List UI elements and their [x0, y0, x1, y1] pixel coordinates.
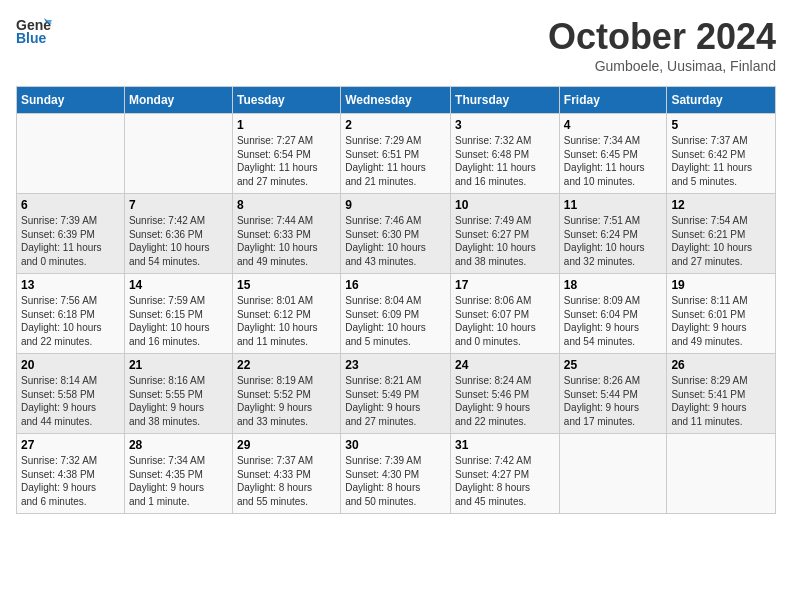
- calendar-week-row: 6Sunrise: 7:39 AM Sunset: 6:39 PM Daylig…: [17, 194, 776, 274]
- day-number: 18: [564, 278, 663, 292]
- day-number: 7: [129, 198, 228, 212]
- calendar-cell: 12Sunrise: 7:54 AM Sunset: 6:21 PM Dayli…: [667, 194, 776, 274]
- calendar-cell: 20Sunrise: 8:14 AM Sunset: 5:58 PM Dayli…: [17, 354, 125, 434]
- calendar-cell: 27Sunrise: 7:32 AM Sunset: 4:38 PM Dayli…: [17, 434, 125, 514]
- day-detail: Sunrise: 7:46 AM Sunset: 6:30 PM Dayligh…: [345, 214, 446, 268]
- calendar-cell: 24Sunrise: 8:24 AM Sunset: 5:46 PM Dayli…: [451, 354, 560, 434]
- day-detail: Sunrise: 7:49 AM Sunset: 6:27 PM Dayligh…: [455, 214, 555, 268]
- day-number: 16: [345, 278, 446, 292]
- day-detail: Sunrise: 8:14 AM Sunset: 5:58 PM Dayligh…: [21, 374, 120, 428]
- calendar-cell: 2Sunrise: 7:29 AM Sunset: 6:51 PM Daylig…: [341, 114, 451, 194]
- day-detail: Sunrise: 8:09 AM Sunset: 6:04 PM Dayligh…: [564, 294, 663, 348]
- calendar-cell: 14Sunrise: 7:59 AM Sunset: 6:15 PM Dayli…: [124, 274, 232, 354]
- day-number: 4: [564, 118, 663, 132]
- weekday-header-monday: Monday: [124, 87, 232, 114]
- day-number: 6: [21, 198, 120, 212]
- weekday-header-sunday: Sunday: [17, 87, 125, 114]
- page-header: General Blue October 2024 Gumboele, Uusi…: [16, 16, 776, 74]
- calendar-cell: [124, 114, 232, 194]
- day-number: 26: [671, 358, 771, 372]
- day-detail: Sunrise: 7:37 AM Sunset: 6:42 PM Dayligh…: [671, 134, 771, 188]
- calendar-cell: 5Sunrise: 7:37 AM Sunset: 6:42 PM Daylig…: [667, 114, 776, 194]
- calendar-week-row: 27Sunrise: 7:32 AM Sunset: 4:38 PM Dayli…: [17, 434, 776, 514]
- calendar-week-row: 13Sunrise: 7:56 AM Sunset: 6:18 PM Dayli…: [17, 274, 776, 354]
- day-number: 5: [671, 118, 771, 132]
- calendar-cell: 4Sunrise: 7:34 AM Sunset: 6:45 PM Daylig…: [559, 114, 667, 194]
- day-number: 17: [455, 278, 555, 292]
- day-number: 28: [129, 438, 228, 452]
- svg-text:Blue: Blue: [16, 30, 47, 46]
- day-detail: Sunrise: 7:54 AM Sunset: 6:21 PM Dayligh…: [671, 214, 771, 268]
- day-number: 1: [237, 118, 336, 132]
- day-detail: Sunrise: 7:34 AM Sunset: 4:35 PM Dayligh…: [129, 454, 228, 508]
- calendar-cell: 26Sunrise: 8:29 AM Sunset: 5:41 PM Dayli…: [667, 354, 776, 434]
- calendar-cell: 23Sunrise: 8:21 AM Sunset: 5:49 PM Dayli…: [341, 354, 451, 434]
- calendar-cell: 17Sunrise: 8:06 AM Sunset: 6:07 PM Dayli…: [451, 274, 560, 354]
- day-number: 22: [237, 358, 336, 372]
- calendar-cell: 7Sunrise: 7:42 AM Sunset: 6:36 PM Daylig…: [124, 194, 232, 274]
- day-detail: Sunrise: 7:39 AM Sunset: 6:39 PM Dayligh…: [21, 214, 120, 268]
- logo: General Blue: [16, 16, 52, 46]
- calendar-cell: 8Sunrise: 7:44 AM Sunset: 6:33 PM Daylig…: [232, 194, 340, 274]
- day-number: 23: [345, 358, 446, 372]
- day-number: 2: [345, 118, 446, 132]
- day-number: 11: [564, 198, 663, 212]
- day-number: 19: [671, 278, 771, 292]
- calendar-cell: 13Sunrise: 7:56 AM Sunset: 6:18 PM Dayli…: [17, 274, 125, 354]
- day-detail: Sunrise: 8:29 AM Sunset: 5:41 PM Dayligh…: [671, 374, 771, 428]
- calendar-table: SundayMondayTuesdayWednesdayThursdayFrid…: [16, 86, 776, 514]
- day-number: 12: [671, 198, 771, 212]
- day-detail: Sunrise: 7:51 AM Sunset: 6:24 PM Dayligh…: [564, 214, 663, 268]
- day-number: 20: [21, 358, 120, 372]
- weekday-header-friday: Friday: [559, 87, 667, 114]
- day-number: 14: [129, 278, 228, 292]
- location-subtitle: Gumboele, Uusimaa, Finland: [548, 58, 776, 74]
- day-detail: Sunrise: 7:56 AM Sunset: 6:18 PM Dayligh…: [21, 294, 120, 348]
- weekday-header-wednesday: Wednesday: [341, 87, 451, 114]
- day-number: 27: [21, 438, 120, 452]
- day-detail: Sunrise: 8:26 AM Sunset: 5:44 PM Dayligh…: [564, 374, 663, 428]
- day-number: 3: [455, 118, 555, 132]
- day-detail: Sunrise: 7:27 AM Sunset: 6:54 PM Dayligh…: [237, 134, 336, 188]
- calendar-cell: 28Sunrise: 7:34 AM Sunset: 4:35 PM Dayli…: [124, 434, 232, 514]
- day-detail: Sunrise: 7:37 AM Sunset: 4:33 PM Dayligh…: [237, 454, 336, 508]
- calendar-cell: 21Sunrise: 8:16 AM Sunset: 5:55 PM Dayli…: [124, 354, 232, 434]
- day-number: 13: [21, 278, 120, 292]
- day-detail: Sunrise: 8:21 AM Sunset: 5:49 PM Dayligh…: [345, 374, 446, 428]
- day-number: 30: [345, 438, 446, 452]
- day-number: 31: [455, 438, 555, 452]
- day-detail: Sunrise: 8:16 AM Sunset: 5:55 PM Dayligh…: [129, 374, 228, 428]
- calendar-cell: 29Sunrise: 7:37 AM Sunset: 4:33 PM Dayli…: [232, 434, 340, 514]
- calendar-cell: 18Sunrise: 8:09 AM Sunset: 6:04 PM Dayli…: [559, 274, 667, 354]
- month-title: October 2024: [548, 16, 776, 58]
- day-number: 21: [129, 358, 228, 372]
- calendar-cell: 25Sunrise: 8:26 AM Sunset: 5:44 PM Dayli…: [559, 354, 667, 434]
- day-detail: Sunrise: 7:32 AM Sunset: 6:48 PM Dayligh…: [455, 134, 555, 188]
- calendar-cell: 1Sunrise: 7:27 AM Sunset: 6:54 PM Daylig…: [232, 114, 340, 194]
- calendar-cell: 19Sunrise: 8:11 AM Sunset: 6:01 PM Dayli…: [667, 274, 776, 354]
- day-number: 24: [455, 358, 555, 372]
- day-detail: Sunrise: 8:24 AM Sunset: 5:46 PM Dayligh…: [455, 374, 555, 428]
- day-detail: Sunrise: 8:01 AM Sunset: 6:12 PM Dayligh…: [237, 294, 336, 348]
- calendar-week-row: 1Sunrise: 7:27 AM Sunset: 6:54 PM Daylig…: [17, 114, 776, 194]
- day-detail: Sunrise: 8:04 AM Sunset: 6:09 PM Dayligh…: [345, 294, 446, 348]
- calendar-cell: 11Sunrise: 7:51 AM Sunset: 6:24 PM Dayli…: [559, 194, 667, 274]
- calendar-cell: 9Sunrise: 7:46 AM Sunset: 6:30 PM Daylig…: [341, 194, 451, 274]
- day-detail: Sunrise: 7:44 AM Sunset: 6:33 PM Dayligh…: [237, 214, 336, 268]
- day-number: 25: [564, 358, 663, 372]
- day-detail: Sunrise: 7:32 AM Sunset: 4:38 PM Dayligh…: [21, 454, 120, 508]
- calendar-cell: 31Sunrise: 7:42 AM Sunset: 4:27 PM Dayli…: [451, 434, 560, 514]
- calendar-cell: [17, 114, 125, 194]
- calendar-week-row: 20Sunrise: 8:14 AM Sunset: 5:58 PM Dayli…: [17, 354, 776, 434]
- day-detail: Sunrise: 8:19 AM Sunset: 5:52 PM Dayligh…: [237, 374, 336, 428]
- day-detail: Sunrise: 7:34 AM Sunset: 6:45 PM Dayligh…: [564, 134, 663, 188]
- calendar-cell: 30Sunrise: 7:39 AM Sunset: 4:30 PM Dayli…: [341, 434, 451, 514]
- day-number: 8: [237, 198, 336, 212]
- calendar-cell: [559, 434, 667, 514]
- calendar-cell: 10Sunrise: 7:49 AM Sunset: 6:27 PM Dayli…: [451, 194, 560, 274]
- day-number: 15: [237, 278, 336, 292]
- day-detail: Sunrise: 7:39 AM Sunset: 4:30 PM Dayligh…: [345, 454, 446, 508]
- weekday-header-saturday: Saturday: [667, 87, 776, 114]
- day-number: 9: [345, 198, 446, 212]
- calendar-cell: 16Sunrise: 8:04 AM Sunset: 6:09 PM Dayli…: [341, 274, 451, 354]
